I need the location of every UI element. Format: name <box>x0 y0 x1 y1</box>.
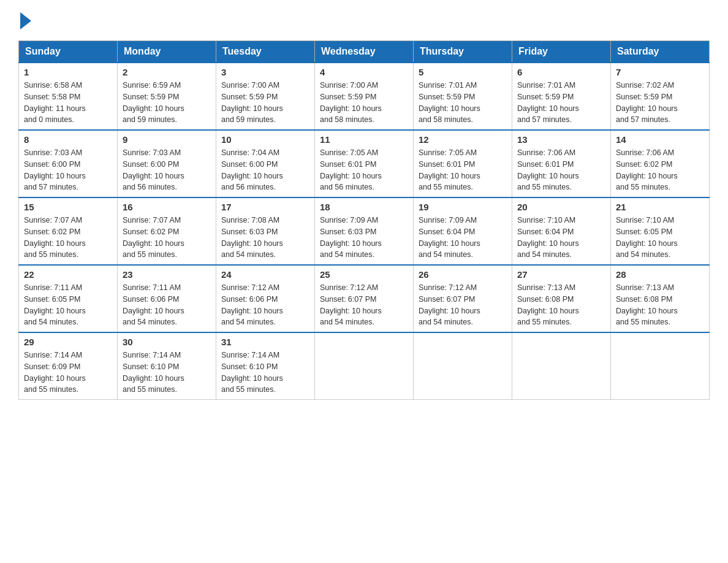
calendar-cell: 3 Sunrise: 7:00 AM Sunset: 5:59 PM Dayli… <box>216 63 315 130</box>
day-number: 11 <box>320 134 408 145</box>
day-info: Sunrise: 7:03 AM Sunset: 6:00 PM Dayligh… <box>123 147 211 193</box>
calendar-cell: 30 Sunrise: 7:14 AM Sunset: 6:10 PM Dayl… <box>118 332 216 400</box>
calendar-cell: 9 Sunrise: 7:03 AM Sunset: 6:00 PM Dayli… <box>118 130 216 197</box>
day-number: 10 <box>221 134 309 145</box>
day-number: 5 <box>419 67 507 77</box>
day-number: 16 <box>123 202 211 212</box>
day-info: Sunrise: 7:13 AM Sunset: 6:08 PM Dayligh… <box>517 282 605 328</box>
day-number: 8 <box>24 134 112 145</box>
calendar-cell: 11 Sunrise: 7:05 AM Sunset: 6:01 PM Dayl… <box>315 130 414 197</box>
calendar-cell: 6 Sunrise: 7:01 AM Sunset: 5:59 PM Dayli… <box>512 63 611 130</box>
day-number: 15 <box>24 202 112 212</box>
day-info: Sunrise: 7:11 AM Sunset: 6:05 PM Dayligh… <box>24 282 112 328</box>
calendar-cell: 26 Sunrise: 7:12 AM Sunset: 6:07 PM Dayl… <box>414 265 512 332</box>
calendar-cell: 22 Sunrise: 7:11 AM Sunset: 6:05 PM Dayl… <box>19 265 118 332</box>
day-info: Sunrise: 7:00 AM Sunset: 5:59 PM Dayligh… <box>221 80 309 126</box>
day-number: 18 <box>320 202 408 212</box>
day-info: Sunrise: 7:10 AM Sunset: 6:05 PM Dayligh… <box>616 215 704 261</box>
day-info: Sunrise: 7:09 AM Sunset: 6:04 PM Dayligh… <box>419 215 507 261</box>
day-number: 21 <box>616 202 704 212</box>
day-info: Sunrise: 7:03 AM Sunset: 6:00 PM Dayligh… <box>24 147 112 193</box>
day-number: 22 <box>24 269 112 280</box>
page-header <box>18 12 710 29</box>
day-number: 2 <box>123 67 211 77</box>
calendar-cell: 8 Sunrise: 7:03 AM Sunset: 6:00 PM Dayli… <box>19 130 118 197</box>
column-header-friday: Friday <box>512 41 611 63</box>
day-number: 28 <box>616 269 704 280</box>
calendar-cell: 12 Sunrise: 7:05 AM Sunset: 6:01 PM Dayl… <box>414 130 512 197</box>
day-info: Sunrise: 7:09 AM Sunset: 6:03 PM Dayligh… <box>320 215 408 261</box>
column-header-sunday: Sunday <box>19 41 118 63</box>
calendar-cell: 5 Sunrise: 7:01 AM Sunset: 5:59 PM Dayli… <box>414 63 512 130</box>
calendar-cell: 2 Sunrise: 6:59 AM Sunset: 5:59 PM Dayli… <box>118 63 216 130</box>
day-number: 19 <box>419 202 507 212</box>
calendar-cell: 27 Sunrise: 7:13 AM Sunset: 6:08 PM Dayl… <box>512 265 611 332</box>
week-row-5: 29 Sunrise: 7:14 AM Sunset: 6:09 PM Dayl… <box>19 332 710 400</box>
week-row-2: 8 Sunrise: 7:03 AM Sunset: 6:00 PM Dayli… <box>19 130 710 197</box>
day-number: 31 <box>221 337 309 347</box>
day-info: Sunrise: 7:01 AM Sunset: 5:59 PM Dayligh… <box>517 80 605 126</box>
calendar-cell: 15 Sunrise: 7:07 AM Sunset: 6:02 PM Dayl… <box>19 197 118 265</box>
column-header-monday: Monday <box>118 41 216 63</box>
calendar-cell <box>611 332 710 400</box>
calendar-cell: 4 Sunrise: 7:00 AM Sunset: 5:59 PM Dayli… <box>315 63 414 130</box>
calendar-cell: 28 Sunrise: 7:13 AM Sunset: 6:08 PM Dayl… <box>611 265 710 332</box>
calendar-cell: 24 Sunrise: 7:12 AM Sunset: 6:06 PM Dayl… <box>216 265 315 332</box>
calendar-cell <box>512 332 611 400</box>
day-number: 13 <box>517 134 605 145</box>
day-info: Sunrise: 6:59 AM Sunset: 5:59 PM Dayligh… <box>123 80 211 126</box>
day-number: 27 <box>517 269 605 280</box>
day-number: 29 <box>24 337 112 347</box>
calendar-cell: 25 Sunrise: 7:12 AM Sunset: 6:07 PM Dayl… <box>315 265 414 332</box>
calendar-cell: 19 Sunrise: 7:09 AM Sunset: 6:04 PM Dayl… <box>414 197 512 265</box>
day-number: 12 <box>419 134 507 145</box>
day-info: Sunrise: 7:04 AM Sunset: 6:00 PM Dayligh… <box>221 147 309 193</box>
day-number: 4 <box>320 67 408 77</box>
calendar-cell <box>315 332 414 400</box>
day-info: Sunrise: 7:14 AM Sunset: 6:10 PM Dayligh… <box>221 350 309 396</box>
calendar-cell: 21 Sunrise: 7:10 AM Sunset: 6:05 PM Dayl… <box>611 197 710 265</box>
calendar-cell: 31 Sunrise: 7:14 AM Sunset: 6:10 PM Dayl… <box>216 332 315 400</box>
calendar-cell: 17 Sunrise: 7:08 AM Sunset: 6:03 PM Dayl… <box>216 197 315 265</box>
day-info: Sunrise: 7:02 AM Sunset: 5:59 PM Dayligh… <box>616 80 704 126</box>
day-info: Sunrise: 6:58 AM Sunset: 5:58 PM Dayligh… <box>24 80 112 126</box>
day-info: Sunrise: 7:07 AM Sunset: 6:02 PM Dayligh… <box>123 215 211 261</box>
calendar-cell: 20 Sunrise: 7:10 AM Sunset: 6:04 PM Dayl… <box>512 197 611 265</box>
calendar-table: SundayMondayTuesdayWednesdayThursdayFrid… <box>18 40 710 400</box>
calendar-cell: 16 Sunrise: 7:07 AM Sunset: 6:02 PM Dayl… <box>118 197 216 265</box>
day-info: Sunrise: 7:05 AM Sunset: 6:01 PM Dayligh… <box>419 147 507 193</box>
logo-arrow-icon <box>20 12 31 29</box>
day-info: Sunrise: 7:13 AM Sunset: 6:08 PM Dayligh… <box>616 282 704 328</box>
day-info: Sunrise: 7:14 AM Sunset: 6:09 PM Dayligh… <box>24 350 112 396</box>
column-header-saturday: Saturday <box>611 41 710 63</box>
calendar-cell: 23 Sunrise: 7:11 AM Sunset: 6:06 PM Dayl… <box>118 265 216 332</box>
day-info: Sunrise: 7:12 AM Sunset: 6:07 PM Dayligh… <box>419 282 507 328</box>
day-number: 23 <box>123 269 211 280</box>
day-info: Sunrise: 7:00 AM Sunset: 5:59 PM Dayligh… <box>320 80 408 126</box>
day-info: Sunrise: 7:07 AM Sunset: 6:02 PM Dayligh… <box>24 215 112 261</box>
column-header-tuesday: Tuesday <box>216 41 315 63</box>
day-info: Sunrise: 7:08 AM Sunset: 6:03 PM Dayligh… <box>221 215 309 261</box>
calendar-cell: 1 Sunrise: 6:58 AM Sunset: 5:58 PM Dayli… <box>19 63 118 130</box>
day-number: 3 <box>221 67 309 77</box>
header-row: SundayMondayTuesdayWednesdayThursdayFrid… <box>19 41 710 63</box>
calendar-cell: 29 Sunrise: 7:14 AM Sunset: 6:09 PM Dayl… <box>19 332 118 400</box>
day-number: 1 <box>24 67 112 77</box>
day-number: 20 <box>517 202 605 212</box>
day-info: Sunrise: 7:06 AM Sunset: 6:02 PM Dayligh… <box>616 147 704 193</box>
week-row-3: 15 Sunrise: 7:07 AM Sunset: 6:02 PM Dayl… <box>19 197 710 265</box>
day-info: Sunrise: 7:12 AM Sunset: 6:06 PM Dayligh… <box>221 282 309 328</box>
week-row-4: 22 Sunrise: 7:11 AM Sunset: 6:05 PM Dayl… <box>19 265 710 332</box>
day-number: 30 <box>123 337 211 347</box>
day-number: 7 <box>616 67 704 77</box>
calendar-cell: 18 Sunrise: 7:09 AM Sunset: 6:03 PM Dayl… <box>315 197 414 265</box>
day-info: Sunrise: 7:12 AM Sunset: 6:07 PM Dayligh… <box>320 282 408 328</box>
day-info: Sunrise: 7:06 AM Sunset: 6:01 PM Dayligh… <box>517 147 605 193</box>
day-number: 9 <box>123 134 211 145</box>
calendar-cell <box>414 332 512 400</box>
calendar-cell: 10 Sunrise: 7:04 AM Sunset: 6:00 PM Dayl… <box>216 130 315 197</box>
calendar-cell: 13 Sunrise: 7:06 AM Sunset: 6:01 PM Dayl… <box>512 130 611 197</box>
day-info: Sunrise: 7:11 AM Sunset: 6:06 PM Dayligh… <box>123 282 211 328</box>
calendar-cell: 14 Sunrise: 7:06 AM Sunset: 6:02 PM Dayl… <box>611 130 710 197</box>
day-number: 6 <box>517 67 605 77</box>
